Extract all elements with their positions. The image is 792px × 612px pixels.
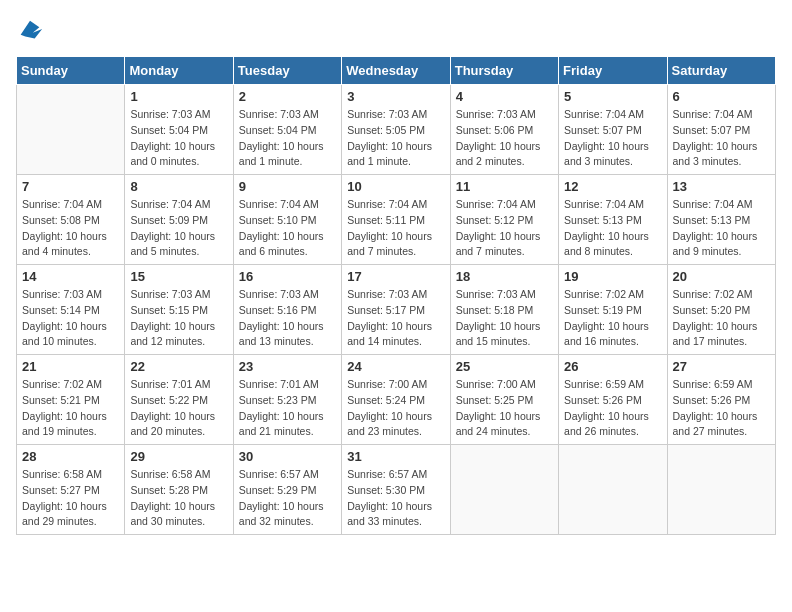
- day-detail: Sunrise: 7:03 AM Sunset: 5:04 PM Dayligh…: [130, 107, 227, 170]
- day-detail: Sunrise: 7:03 AM Sunset: 5:04 PM Dayligh…: [239, 107, 336, 170]
- daylight-text: Daylight: 10 hours and 19 minutes.: [22, 410, 107, 438]
- day-number: 14: [22, 269, 119, 284]
- day-number: 12: [564, 179, 661, 194]
- daylight-text: Daylight: 10 hours and 12 minutes.: [130, 320, 215, 348]
- calendar-day-cell: 19 Sunrise: 7:02 AM Sunset: 5:19 PM Dayl…: [559, 265, 667, 355]
- sunrise-text: Sunrise: 7:02 AM: [22, 378, 102, 390]
- sunrise-text: Sunrise: 7:00 AM: [347, 378, 427, 390]
- sunset-text: Sunset: 5:04 PM: [130, 124, 208, 136]
- sunset-text: Sunset: 5:13 PM: [673, 214, 751, 226]
- sunset-text: Sunset: 5:08 PM: [22, 214, 100, 226]
- day-number: 2: [239, 89, 336, 104]
- sunrise-text: Sunrise: 7:03 AM: [239, 288, 319, 300]
- sunrise-text: Sunrise: 7:03 AM: [130, 108, 210, 120]
- daylight-text: Daylight: 10 hours and 20 minutes.: [130, 410, 215, 438]
- calendar-day-cell: 18 Sunrise: 7:03 AM Sunset: 5:18 PM Dayl…: [450, 265, 558, 355]
- day-number: 10: [347, 179, 444, 194]
- calendar-body: 1 Sunrise: 7:03 AM Sunset: 5:04 PM Dayli…: [17, 85, 776, 535]
- header-tuesday: Tuesday: [233, 57, 341, 85]
- daylight-text: Daylight: 10 hours and 5 minutes.: [130, 230, 215, 258]
- sunrise-text: Sunrise: 7:03 AM: [130, 288, 210, 300]
- daylight-text: Daylight: 10 hours and 33 minutes.: [347, 500, 432, 528]
- day-detail: Sunrise: 7:04 AM Sunset: 5:13 PM Dayligh…: [564, 197, 661, 260]
- sunset-text: Sunset: 5:23 PM: [239, 394, 317, 406]
- sunrise-text: Sunrise: 7:04 AM: [673, 108, 753, 120]
- day-number: 25: [456, 359, 553, 374]
- day-detail: Sunrise: 7:00 AM Sunset: 5:25 PM Dayligh…: [456, 377, 553, 440]
- day-detail: Sunrise: 6:59 AM Sunset: 5:26 PM Dayligh…: [564, 377, 661, 440]
- day-number: 20: [673, 269, 770, 284]
- sunrise-text: Sunrise: 7:03 AM: [456, 288, 536, 300]
- day-number: 18: [456, 269, 553, 284]
- day-detail: Sunrise: 7:02 AM Sunset: 5:20 PM Dayligh…: [673, 287, 770, 350]
- sunrise-text: Sunrise: 7:04 AM: [564, 108, 644, 120]
- day-detail: Sunrise: 6:58 AM Sunset: 5:27 PM Dayligh…: [22, 467, 119, 530]
- calendar-day-cell: 22 Sunrise: 7:01 AM Sunset: 5:22 PM Dayl…: [125, 355, 233, 445]
- day-detail: Sunrise: 7:03 AM Sunset: 5:14 PM Dayligh…: [22, 287, 119, 350]
- day-number: 28: [22, 449, 119, 464]
- daylight-text: Daylight: 10 hours and 23 minutes.: [347, 410, 432, 438]
- calendar-day-cell: 14 Sunrise: 7:03 AM Sunset: 5:14 PM Dayl…: [17, 265, 125, 355]
- calendar-day-cell: 16 Sunrise: 7:03 AM Sunset: 5:16 PM Dayl…: [233, 265, 341, 355]
- sunrise-text: Sunrise: 6:57 AM: [239, 468, 319, 480]
- day-detail: Sunrise: 7:03 AM Sunset: 5:05 PM Dayligh…: [347, 107, 444, 170]
- day-number: 13: [673, 179, 770, 194]
- calendar-day-cell: [559, 445, 667, 535]
- daylight-text: Daylight: 10 hours and 14 minutes.: [347, 320, 432, 348]
- calendar-day-cell: 11 Sunrise: 7:04 AM Sunset: 5:12 PM Dayl…: [450, 175, 558, 265]
- sunset-text: Sunset: 5:27 PM: [22, 484, 100, 496]
- calendar-day-cell: 5 Sunrise: 7:04 AM Sunset: 5:07 PM Dayli…: [559, 85, 667, 175]
- day-number: 26: [564, 359, 661, 374]
- calendar-week-row: 1 Sunrise: 7:03 AM Sunset: 5:04 PM Dayli…: [17, 85, 776, 175]
- sunset-text: Sunset: 5:06 PM: [456, 124, 534, 136]
- day-number: 11: [456, 179, 553, 194]
- day-detail: Sunrise: 7:01 AM Sunset: 5:22 PM Dayligh…: [130, 377, 227, 440]
- day-detail: Sunrise: 7:02 AM Sunset: 5:19 PM Dayligh…: [564, 287, 661, 350]
- sunset-text: Sunset: 5:14 PM: [22, 304, 100, 316]
- sunset-text: Sunset: 5:15 PM: [130, 304, 208, 316]
- calendar-day-cell: 30 Sunrise: 6:57 AM Sunset: 5:29 PM Dayl…: [233, 445, 341, 535]
- sunrise-text: Sunrise: 7:00 AM: [456, 378, 536, 390]
- calendar-day-cell: 15 Sunrise: 7:03 AM Sunset: 5:15 PM Dayl…: [125, 265, 233, 355]
- calendar-day-cell: 21 Sunrise: 7:02 AM Sunset: 5:21 PM Dayl…: [17, 355, 125, 445]
- daylight-text: Daylight: 10 hours and 21 minutes.: [239, 410, 324, 438]
- calendar-day-cell: 1 Sunrise: 7:03 AM Sunset: 5:04 PM Dayli…: [125, 85, 233, 175]
- calendar-day-cell: 12 Sunrise: 7:04 AM Sunset: 5:13 PM Dayl…: [559, 175, 667, 265]
- sunrise-text: Sunrise: 6:57 AM: [347, 468, 427, 480]
- sunset-text: Sunset: 5:24 PM: [347, 394, 425, 406]
- day-detail: Sunrise: 7:04 AM Sunset: 5:12 PM Dayligh…: [456, 197, 553, 260]
- calendar-day-cell: 27 Sunrise: 6:59 AM Sunset: 5:26 PM Dayl…: [667, 355, 775, 445]
- daylight-text: Daylight: 10 hours and 26 minutes.: [564, 410, 649, 438]
- day-number: 6: [673, 89, 770, 104]
- sunset-text: Sunset: 5:30 PM: [347, 484, 425, 496]
- daylight-text: Daylight: 10 hours and 29 minutes.: [22, 500, 107, 528]
- sunrise-text: Sunrise: 7:04 AM: [130, 198, 210, 210]
- header-monday: Monday: [125, 57, 233, 85]
- day-number: 21: [22, 359, 119, 374]
- sunrise-text: Sunrise: 6:59 AM: [673, 378, 753, 390]
- sunrise-text: Sunrise: 7:03 AM: [347, 108, 427, 120]
- day-detail: Sunrise: 7:02 AM Sunset: 5:21 PM Dayligh…: [22, 377, 119, 440]
- daylight-text: Daylight: 10 hours and 8 minutes.: [564, 230, 649, 258]
- sunset-text: Sunset: 5:13 PM: [564, 214, 642, 226]
- calendar-day-cell: [17, 85, 125, 175]
- daylight-text: Daylight: 10 hours and 27 minutes.: [673, 410, 758, 438]
- calendar-table: Sunday Monday Tuesday Wednesday Thursday…: [16, 56, 776, 535]
- sunrise-text: Sunrise: 7:04 AM: [239, 198, 319, 210]
- daylight-text: Daylight: 10 hours and 10 minutes.: [22, 320, 107, 348]
- day-detail: Sunrise: 7:03 AM Sunset: 5:16 PM Dayligh…: [239, 287, 336, 350]
- daylight-text: Daylight: 10 hours and 7 minutes.: [456, 230, 541, 258]
- daylight-text: Daylight: 10 hours and 1 minute.: [239, 140, 324, 168]
- sunset-text: Sunset: 5:12 PM: [456, 214, 534, 226]
- calendar-day-cell: 17 Sunrise: 7:03 AM Sunset: 5:17 PM Dayl…: [342, 265, 450, 355]
- day-detail: Sunrise: 6:58 AM Sunset: 5:28 PM Dayligh…: [130, 467, 227, 530]
- sunrise-text: Sunrise: 7:02 AM: [564, 288, 644, 300]
- sunrise-text: Sunrise: 7:01 AM: [239, 378, 319, 390]
- page-header: [16, 16, 776, 44]
- sunrise-text: Sunrise: 6:58 AM: [22, 468, 102, 480]
- sunset-text: Sunset: 5:21 PM: [22, 394, 100, 406]
- calendar-day-cell: [450, 445, 558, 535]
- day-detail: Sunrise: 7:00 AM Sunset: 5:24 PM Dayligh…: [347, 377, 444, 440]
- calendar-day-cell: 31 Sunrise: 6:57 AM Sunset: 5:30 PM Dayl…: [342, 445, 450, 535]
- day-number: 9: [239, 179, 336, 194]
